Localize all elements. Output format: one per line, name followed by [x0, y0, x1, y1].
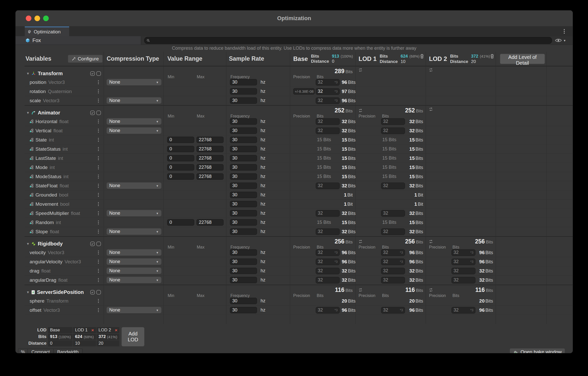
- range-max-input[interactable]: 22768: [197, 219, 224, 226]
- bits-input[interactable]: 32*3: [316, 88, 340, 95]
- visibility-filter-button[interactable]: ▼: [555, 38, 573, 43]
- row-menu-icon[interactable]: [96, 129, 101, 133]
- lod1-distance-value[interactable]: 10: [401, 59, 406, 64]
- bits-input[interactable]: 32: [316, 118, 340, 125]
- range-min-input[interactable]: 0: [167, 164, 194, 171]
- add-lod-button[interactable]: Add LOD: [121, 327, 144, 346]
- frequency-input[interactable]: 30: [230, 201, 257, 207]
- frequency-input[interactable]: 30: [230, 137, 257, 143]
- row-menu-icon[interactable]: [96, 260, 101, 264]
- bits-input[interactable]: 32: [316, 268, 340, 274]
- frequency-input[interactable]: 30: [230, 164, 257, 171]
- range-max-input[interactable]: 22768: [197, 164, 224, 171]
- open-bake-window-button[interactable]: Open bake window: [510, 348, 565, 354]
- sync-lod-icon[interactable]: [429, 240, 433, 243]
- include-all-toggle-icon[interactable]: [90, 290, 95, 295]
- bits-input[interactable]: 32: [451, 268, 475, 274]
- lod2-distance-value[interactable]: 20: [471, 59, 476, 64]
- bits-input[interactable]: 32*3: [316, 307, 340, 314]
- remove-lod-icon[interactable]: ×: [91, 328, 94, 332]
- frequency-input[interactable]: 30: [230, 258, 257, 265]
- exclude-all-toggle-icon[interactable]: [96, 71, 101, 76]
- row-menu-icon[interactable]: [96, 99, 101, 102]
- bits-input[interactable]: 32: [316, 228, 340, 235]
- bits-input[interactable]: 32: [316, 127, 340, 134]
- compression-dropdown[interactable]: None▼: [106, 307, 162, 314]
- bits-input[interactable]: 32*3: [381, 307, 405, 314]
- compression-dropdown[interactable]: None▼: [106, 277, 162, 283]
- row-menu-icon[interactable]: [96, 193, 101, 197]
- frequency-input[interactable]: 30: [230, 298, 257, 304]
- compression-dropdown[interactable]: None▼: [106, 249, 162, 256]
- collapse-icon[interactable]: ▼: [26, 111, 30, 115]
- minimize-button[interactable]: [34, 16, 40, 21]
- summary-lod-1[interactable]: LOD 1×: [73, 327, 96, 333]
- range-max-input[interactable]: 22768: [197, 173, 224, 180]
- bits-input[interactable]: 32: [316, 183, 340, 189]
- compression-dropdown[interactable]: None▼: [106, 127, 162, 134]
- sync-lod-icon[interactable]: [429, 68, 433, 72]
- frequency-input[interactable]: 30: [230, 183, 257, 189]
- row-menu-icon[interactable]: [96, 202, 101, 206]
- percent-toggle[interactable]: %: [18, 349, 28, 354]
- bits-input[interactable]: 32: [316, 277, 340, 283]
- frequency-input[interactable]: 30: [230, 228, 257, 235]
- summary-distance-lod2[interactable]: 20: [96, 340, 119, 346]
- maximize-button[interactable]: [43, 16, 49, 21]
- exclude-all-toggle-icon[interactable]: [96, 241, 101, 246]
- include-all-toggle-icon[interactable]: [90, 241, 95, 246]
- summary-distance-lod1[interactable]: 10: [73, 340, 96, 346]
- exclude-all-toggle-icon[interactable]: [96, 110, 101, 115]
- compression-dropdown[interactable]: None▼: [106, 258, 162, 265]
- bits-input[interactable]: 32: [381, 127, 405, 134]
- compression-dropdown[interactable]: None▼: [106, 97, 162, 104]
- bits-input[interactable]: 32*3: [316, 79, 340, 86]
- frequency-input[interactable]: 30: [230, 146, 257, 152]
- bits-input[interactable]: 32: [381, 118, 405, 125]
- delete-lod-icon[interactable]: [420, 54, 424, 59]
- bits-input[interactable]: 32: [381, 277, 405, 283]
- bits-input[interactable]: 32*3: [451, 307, 475, 314]
- range-min-input[interactable]: 0: [167, 137, 194, 143]
- row-menu-icon[interactable]: [96, 251, 101, 254]
- remove-lod-icon[interactable]: ×: [115, 328, 117, 332]
- row-menu-icon[interactable]: [96, 147, 101, 151]
- row-menu-icon[interactable]: [96, 211, 101, 215]
- row-menu-icon[interactable]: [96, 269, 101, 273]
- range-min-input[interactable]: 0: [167, 173, 194, 180]
- tab-optimization[interactable]: Optimization: [25, 27, 69, 36]
- frequency-input[interactable]: 30: [230, 127, 257, 134]
- frequency-input[interactable]: 30: [230, 192, 257, 198]
- base-distance-value[interactable]: 0: [332, 59, 334, 63]
- compression-dropdown[interactable]: None▼: [106, 228, 162, 235]
- frequency-input[interactable]: 30: [230, 88, 257, 95]
- include-all-toggle-icon[interactable]: [90, 110, 95, 115]
- entity-selector[interactable]: Fox: [16, 36, 141, 45]
- range-max-input[interactable]: 22768: [197, 146, 224, 152]
- sync-lod-icon[interactable]: [359, 68, 362, 72]
- sync-lod-icon[interactable]: [359, 288, 362, 292]
- row-menu-icon[interactable]: [96, 221, 101, 224]
- sync-lod-icon[interactable]: [429, 288, 433, 292]
- summary-lod-base[interactable]: Base: [48, 327, 72, 333]
- configure-button[interactable]: Configure: [68, 55, 103, 63]
- row-menu-icon[interactable]: [96, 278, 101, 282]
- row-menu-icon[interactable]: [96, 156, 101, 160]
- sync-lod-icon[interactable]: [429, 107, 433, 111]
- frequency-input[interactable]: 30: [230, 268, 257, 274]
- row-menu-icon[interactable]: [96, 175, 101, 178]
- row-menu-icon[interactable]: [96, 138, 101, 142]
- row-menu-icon[interactable]: [96, 165, 101, 169]
- precision-input[interactable]: +/-8.38E-08: [293, 88, 315, 95]
- range-min-input[interactable]: 0: [167, 219, 194, 226]
- frequency-input[interactable]: 30: [230, 249, 257, 256]
- search-input[interactable]: [144, 37, 552, 44]
- compression-dropdown[interactable]: None▼: [106, 267, 162, 274]
- frequency-input[interactable]: 30: [230, 277, 257, 283]
- exclude-all-toggle-icon[interactable]: [96, 290, 101, 295]
- row-menu-icon[interactable]: [96, 308, 101, 312]
- row-menu-icon[interactable]: [96, 120, 101, 123]
- delete-lod-icon[interactable]: [490, 54, 494, 59]
- bits-input[interactable]: 32*3: [316, 97, 340, 104]
- compression-dropdown[interactable]: None▼: [106, 79, 162, 86]
